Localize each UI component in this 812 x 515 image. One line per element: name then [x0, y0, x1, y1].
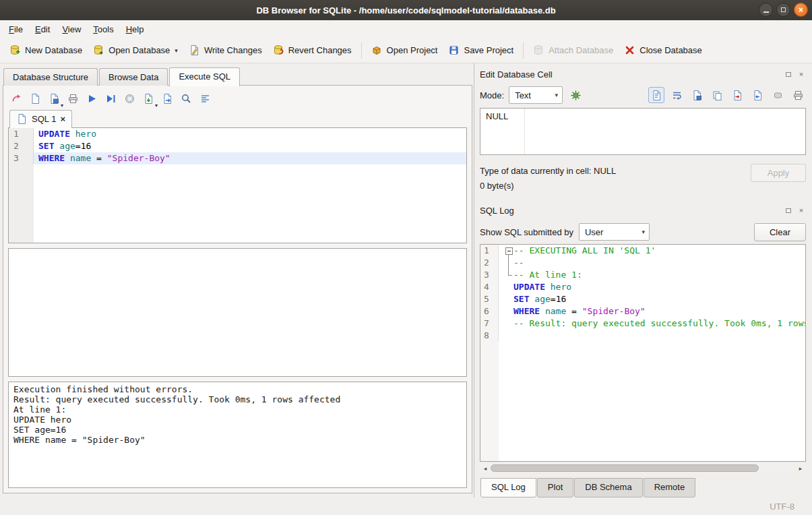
apply-button[interactable]: Apply — [751, 164, 806, 182]
mode-settings-button[interactable] — [567, 87, 584, 103]
scrollbar-handle[interactable] — [491, 464, 759, 472]
new-sql-tab-icon — [11, 93, 22, 104]
menu-file[interactable]: File — [3, 22, 29, 36]
fold-marker — [503, 317, 513, 330]
export-button[interactable] — [749, 87, 766, 103]
fold-marker — [503, 257, 513, 269]
tab-database-structure[interactable]: Database Structure — [3, 68, 98, 86]
print-button[interactable] — [790, 87, 806, 103]
maximize-button[interactable] — [776, 3, 790, 17]
log-hscrollbar[interactable]: ◂ ▸ — [480, 463, 806, 473]
stop-icon — [124, 93, 135, 104]
log-line[interactable]: 2-- — [480, 257, 805, 269]
open-database-button[interactable]: Open Database▾ — [88, 41, 183, 59]
write-changes-button[interactable]: Write Changes — [183, 41, 268, 59]
save-results-button[interactable]: ▾ — [140, 90, 156, 107]
float-panel-icon[interactable] — [784, 206, 793, 215]
chevron-down-icon[interactable]: ▾ — [175, 47, 178, 54]
stop-button[interactable] — [121, 90, 137, 107]
menu-tools[interactable]: Tools — [87, 22, 119, 36]
log-line[interactable]: 1-- EXECUTING ALL IN 'SQL 1' — [480, 245, 805, 257]
revert-changes-button[interactable]: Revert Changes — [268, 41, 357, 59]
import-button[interactable] — [729, 87, 745, 103]
log-line[interactable]: 3-- At line 1: — [480, 269, 805, 281]
fold-collapse-icon[interactable] — [503, 245, 513, 257]
titlebar: DB Browser for SQLite - /home/user/code/… — [0, 0, 812, 20]
statusbar: UTF-8 — [0, 497, 812, 515]
submitter-combobox[interactable]: User ▾ — [579, 223, 650, 241]
copy-button[interactable] — [709, 87, 725, 103]
new-database-button[interactable]: New Database — [4, 41, 88, 59]
editor-line[interactable]: 2SET age=16 — [9, 140, 466, 152]
save-as-button[interactable] — [689, 87, 705, 103]
sql-editor[interactable]: 1UPDATE hero2SET age=163WHERE name = "Sp… — [8, 127, 467, 243]
line-number: 5 — [480, 293, 499, 305]
word-wrap-button[interactable] — [668, 87, 685, 103]
auto-format-button[interactable] — [197, 90, 213, 107]
tab-browse-data[interactable]: Browse Data — [99, 68, 168, 86]
code-text: -- At line 1: — [499, 269, 805, 281]
code-text: UPDATE hero — [499, 281, 805, 293]
cell-toolbar — [648, 87, 806, 103]
bottom-tab-remote[interactable]: Remote — [644, 478, 696, 497]
attach-database-button[interactable]: Attach Database — [528, 41, 619, 59]
menu-view[interactable]: View — [56, 22, 87, 36]
save-sql-file-icon — [49, 93, 60, 104]
set-null-button[interactable] — [770, 87, 786, 103]
new-sql-tab-button[interactable] — [8, 90, 24, 107]
log-line[interactable]: 6WHERE name = "Spider-Boy" — [480, 305, 805, 317]
scrollbar-track[interactable] — [491, 464, 795, 473]
line-number: 2 — [9, 140, 34, 152]
text-view-icon — [651, 90, 662, 101]
execute-sql-panel: ▾▾ SQL 1 × 1UPDATE hero2SET age=163WHERE… — [3, 85, 472, 493]
open-project-button[interactable]: Open Project — [366, 41, 443, 59]
open-in-new-tab-button[interactable] — [159, 90, 175, 107]
sql-log-area[interactable]: 1-- EXECUTING ALL IN 'SQL 1'2--3-- At li… — [480, 244, 806, 462]
cell-editor[interactable]: NULL — [480, 108, 806, 155]
close-database-button[interactable]: Close Database — [619, 41, 708, 59]
scroll-left-icon[interactable]: ◂ — [480, 464, 491, 473]
editor-line[interactable]: 3WHERE name = "Spider-Boy" — [9, 152, 466, 164]
code-text: -- Result: query executed successfully. … — [499, 317, 805, 330]
bottom-tabbar: SQL LogPlotDB SchemaRemote — [480, 478, 806, 497]
minimize-button[interactable] — [759, 3, 773, 17]
sql-tab[interactable]: SQL 1 × — [9, 110, 72, 128]
close-database-label: Close Database — [639, 45, 702, 55]
sql-subtabbar: SQL 1 × — [8, 109, 467, 127]
close-window-button[interactable]: × — [794, 3, 808, 17]
float-panel-icon[interactable] — [784, 69, 793, 79]
save-project-button[interactable]: Save Project — [443, 41, 519, 59]
log-line[interactable]: 4UPDATE hero — [480, 281, 805, 293]
execute-current-line-button[interactable] — [102, 90, 119, 107]
save-sql-file-button[interactable]: ▾ — [46, 90, 62, 107]
print-icon — [792, 90, 804, 101]
bottom-tab-sql-log[interactable]: SQL Log — [480, 478, 536, 497]
mode-combobox[interactable]: Text ▾ — [509, 86, 563, 104]
close-panel-icon[interactable]: × — [797, 206, 806, 215]
text-view-button[interactable] — [648, 87, 664, 103]
tab-execute-sql[interactable]: Execute SQL — [169, 67, 240, 86]
bottom-tab-db-schema[interactable]: DB Schema — [574, 478, 642, 497]
scroll-right-icon[interactable]: ▸ — [795, 464, 806, 473]
find-replace-button[interactable] — [178, 90, 194, 107]
line-number: 1 — [480, 245, 499, 257]
sql-log-header: SQL Log × — [480, 202, 806, 218]
log-line[interactable]: 7-- Result: query executed successfully.… — [480, 317, 805, 330]
results-grid[interactable] — [8, 248, 467, 377]
close-panel-icon[interactable]: × — [797, 69, 806, 79]
print-button[interactable] — [65, 90, 81, 107]
log-line[interactable]: 8 — [480, 330, 805, 342]
open-sql-file-icon — [30, 93, 41, 104]
editor-line[interactable]: 1UPDATE hero — [9, 128, 466, 140]
menu-help[interactable]: Help — [120, 22, 150, 36]
execute-all-button[interactable] — [84, 90, 100, 107]
open-sql-file-button[interactable] — [27, 90, 43, 107]
close-tab-icon[interactable]: × — [60, 114, 65, 124]
cell-editor-body[interactable] — [525, 109, 805, 154]
filter-label: Show SQL submitted by — [480, 227, 573, 237]
bottom-tab-plot[interactable]: Plot — [537, 478, 573, 497]
clear-button[interactable]: Clear — [754, 223, 806, 241]
log-line[interactable]: 5SET age=16 — [480, 293, 805, 305]
menu-edit[interactable]: Edit — [29, 22, 56, 36]
submitter-value: User — [585, 227, 603, 237]
